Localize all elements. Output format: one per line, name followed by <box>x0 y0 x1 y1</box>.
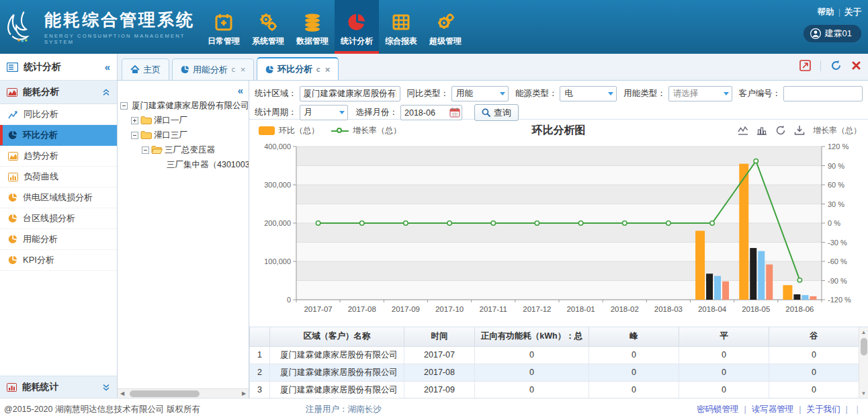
chevron-up-icon[interactable] <box>102 89 110 96</box>
user-pill[interactable]: 建霖01 <box>804 25 861 42</box>
compare-type-select[interactable]: 用能 <box>451 86 509 101</box>
tree-horizontal-scrollbar[interactable]: ◀ ▶ <box>118 388 249 398</box>
tree-node-transformer[interactable]: 三厂总变压器 <box>118 142 249 157</box>
customer-no-input[interactable] <box>783 86 863 101</box>
scroll-down-icon[interactable]: ▼ <box>859 388 868 398</box>
about-link[interactable]: 关于 <box>844 7 861 17</box>
tree-node-concentrator[interactable]: 三厂集中器（4301003 <box>118 157 249 172</box>
svg-text:120 %: 120 % <box>828 142 849 151</box>
col-flat[interactable]: 平 <box>679 327 769 346</box>
right-axis-name: 增长率（总） <box>813 125 861 136</box>
chevron-down-icon <box>608 92 613 95</box>
menu-item-daily[interactable]: 日常管理 <box>202 0 246 54</box>
svg-text:2018-01: 2018-01 <box>566 305 595 313</box>
pie-chart-icon <box>347 13 366 32</box>
scrollbar-thumb[interactable] <box>130 390 200 397</box>
scroll-left-icon[interactable]: ◀ <box>118 389 127 398</box>
col-valley[interactable]: 谷 <box>769 327 859 346</box>
tree-collapse-icon[interactable]: « <box>238 85 243 96</box>
chevron-down-icon[interactable] <box>102 384 110 391</box>
chart-plot-area[interactable]: 0100,000200,000300,000400,000-120 %-90 %… <box>249 138 868 327</box>
table-row[interactable]: 1 厦门建霖健康家居股份有限公司 2017-07 0 0 0 0 <box>250 346 859 364</box>
tab-energy-usage-analysis[interactable]: 用能分析 c × <box>172 58 254 80</box>
sidebar-group-energy-statistics[interactable]: 能耗统计 <box>0 376 117 398</box>
expand-tab-icon[interactable] <box>799 60 811 71</box>
sidebar-item-mom-analysis[interactable]: 环比分析 <box>0 125 117 146</box>
tree-node-company[interactable]: 厦门建霖健康家居股份有限公司 <box>118 98 249 113</box>
tree-expander-minus-icon[interactable] <box>131 132 138 139</box>
legend-item-mom-total[interactable]: 环比（总） <box>259 125 319 136</box>
svg-text:200,000: 200,000 <box>264 219 291 227</box>
sidebar-collapse-icon[interactable]: « <box>105 61 110 73</box>
scroll-up-icon[interactable]: ▲ <box>859 327 868 337</box>
switch-to-line-icon[interactable] <box>738 126 748 136</box>
menu-item-statistics[interactable]: 统计分析 <box>335 0 379 54</box>
sidebar-item-trend-analysis[interactable]: 趋势分析 <box>0 146 117 167</box>
tab-home[interactable]: 主页 <box>122 58 169 80</box>
table-row[interactable]: 3 厦门建霖健康家居股份有限公司 2017-09 0 0 0 0 <box>250 381 859 398</box>
password-lock-link[interactable]: 密码锁管理 <box>697 404 739 415</box>
period-select[interactable]: 月 <box>300 105 348 120</box>
about-us-link[interactable]: 关于我们 <box>807 404 840 415</box>
energy-type-select[interactable]: 电 <box>560 86 617 101</box>
scroll-right-icon[interactable]: ▶ <box>239 389 249 398</box>
reader-manage-link[interactable]: 读写器管理 <box>752 404 794 415</box>
menu-item-super[interactable]: 超级管理 <box>423 0 468 54</box>
sidebar-group-energy-analysis[interactable]: 能耗分析 <box>0 81 117 104</box>
svg-text:2018-06: 2018-06 <box>785 305 814 313</box>
sidebar-item-district-line-loss[interactable]: 台区线损分析 <box>0 208 117 229</box>
filter-bar: 统计区域： 同比类型： 用能 能源类型： 电 用能类型： 请选择 客户编号： <box>249 81 868 120</box>
col-peak[interactable]: 峰 <box>589 327 679 346</box>
tab-mom-analysis[interactable]: 环比分析 c × <box>257 57 339 80</box>
restore-chart-icon[interactable] <box>775 125 786 136</box>
tree-node-plant1[interactable]: 灌口一厂 <box>118 113 249 128</box>
close-tabs-icon[interactable] <box>851 60 861 71</box>
help-link[interactable]: 帮助 <box>818 7 834 17</box>
svg-text:300,000: 300,000 <box>264 181 291 189</box>
sidebar-item-kpi-analysis[interactable]: KPI分析 <box>0 250 117 271</box>
energy-type-label: 能源类型： <box>515 88 558 99</box>
tree-expander-minus-icon[interactable] <box>120 102 128 110</box>
menu-item-reports[interactable]: 综合报表 <box>379 0 423 54</box>
folder-icon <box>140 130 152 140</box>
switch-to-bar-icon[interactable] <box>756 126 767 136</box>
tree-expander-plus-icon[interactable] <box>131 117 138 124</box>
svg-text:0: 0 <box>287 296 291 304</box>
col-total-kwh[interactable]: 正向有功能耗（kWh）：总 <box>475 327 589 346</box>
refresh-tabs-icon[interactable] <box>830 60 842 71</box>
pie-chart-icon <box>8 255 17 265</box>
pie-chart-icon <box>8 130 17 140</box>
app-logo: 能耗综合管理系统 ENERGY CONSUMPTION MANAGEMENT S… <box>0 0 202 54</box>
table-vertical-scrollbar[interactable]: ▲ ▼ <box>859 327 868 398</box>
sidebar-item-yoy-analysis[interactable]: 同比分析 <box>0 104 117 125</box>
download-chart-icon[interactable] <box>794 125 805 136</box>
home-icon <box>130 65 140 74</box>
query-button[interactable]: 查询 <box>474 104 519 121</box>
tab-close-icon[interactable]: × <box>241 65 246 75</box>
svg-text:400,000: 400,000 <box>264 142 291 151</box>
sidebar-item-load-curve[interactable]: 负荷曲线 <box>0 167 117 187</box>
col-region-name[interactable]: 区域（客户）名称 <box>270 327 404 346</box>
svg-text:-30 %: -30 % <box>828 239 847 247</box>
svg-text:30 %: 30 % <box>828 200 844 208</box>
col-time[interactable]: 时间 <box>404 327 475 346</box>
svg-text:2017-07: 2017-07 <box>304 305 332 313</box>
table-row[interactable]: 2 厦门建霖健康家居股份有限公司 2017-08 0 0 0 0 <box>250 364 859 381</box>
tab-refresh-icon[interactable]: c <box>316 65 320 74</box>
legend-item-growth-rate[interactable]: 增长率（总） <box>331 125 401 136</box>
tree-expander-minus-icon[interactable] <box>142 146 149 154</box>
usage-type-label: 用能类型： <box>623 88 666 99</box>
sidebar-item-energy-usage[interactable]: 用能分析 <box>0 229 117 250</box>
svg-text:0 %: 0 % <box>828 219 840 227</box>
tree-node-plant3[interactable]: 灌口三厂 <box>118 128 249 142</box>
calendar-icon[interactable] <box>449 108 460 118</box>
menu-item-data[interactable]: 数据管理 <box>290 0 335 54</box>
scrollbar-thumb[interactable] <box>861 338 867 355</box>
tab-refresh-icon[interactable]: c <box>231 65 236 74</box>
pie-chart-icon <box>8 193 17 202</box>
region-input[interactable] <box>300 86 400 101</box>
usage-type-select[interactable]: 请选择 <box>668 86 732 101</box>
menu-item-system[interactable]: 系统管理 <box>246 0 290 54</box>
sidebar-item-supply-region-line-loss[interactable]: 供电区域线损分析 <box>0 187 117 208</box>
tab-close-icon[interactable]: × <box>325 65 331 75</box>
